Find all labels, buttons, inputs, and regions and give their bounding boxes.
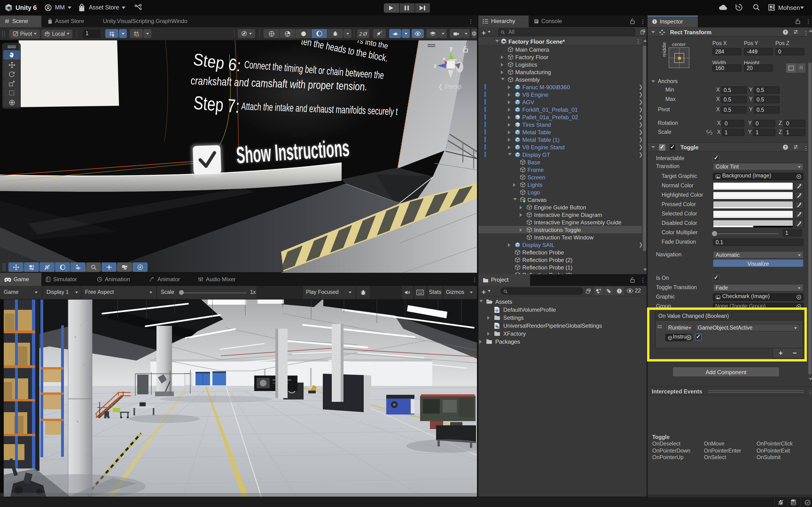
svg-text:?: ?	[784, 30, 786, 34]
svg-text:x: x	[443, 56, 445, 61]
svg-text:Step 7:: Step 7:	[193, 92, 241, 117]
svg-text:❮ Persp: ❮ Persp	[438, 83, 462, 91]
svg-text:Y: Y	[112, 34, 114, 37]
svg-text:?: ?	[784, 145, 786, 149]
svg-text:y: y	[450, 45, 453, 52]
svg-text:z: z	[434, 62, 437, 69]
